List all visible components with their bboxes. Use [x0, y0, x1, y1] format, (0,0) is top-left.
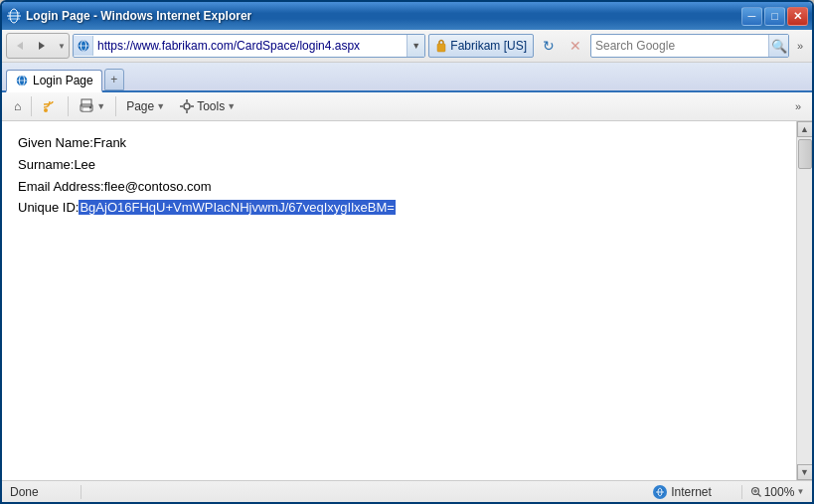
browser-window: Login Page - Windows Internet Explorer ─… [0, 0, 814, 504]
page-menu[interactable]: Page ▼ [120, 96, 171, 116]
email-label: Email Address: [18, 179, 104, 194]
svg-point-18 [89, 106, 91, 108]
status-bar: Done Internet 100% ▼ [2, 480, 812, 502]
navigation-bar: ▼ https://www.fabrikam.com/CardSpace/log… [2, 30, 812, 63]
unique-id-value: BgAjO16FHqU+VmWPIacNHjvwmJ/67veqIxygIlxe… [79, 200, 395, 215]
minimize-button[interactable]: ─ [741, 7, 762, 26]
home-button[interactable]: ⌂ [8, 96, 27, 116]
svg-rect-10 [437, 44, 445, 52]
maximize-button[interactable]: □ [764, 7, 785, 26]
zoom-dropdown-icon: ▼ [796, 487, 804, 496]
toolbar-separator-2 [68, 96, 69, 116]
window-controls: ─ □ ✕ [741, 7, 808, 26]
tab-label: Login Page [33, 74, 93, 87]
svg-marker-5 [17, 42, 23, 50]
close-button[interactable]: ✕ [787, 7, 808, 26]
surname-value: Lee [74, 157, 95, 172]
title-bar: Login Page - Windows Internet Explorer ─… [2, 2, 812, 30]
stop-button[interactable]: ✕ [564, 34, 587, 58]
surname-label: Surname: [18, 157, 74, 172]
forward-button[interactable] [31, 34, 55, 58]
content-area: Given Name:Frank Surname:Lee Email Addre… [2, 121, 812, 480]
search-input[interactable] [591, 39, 768, 53]
print-dropdown-icon: ▼ [96, 101, 105, 111]
unique-id-line: Unique ID:BgAjO16FHqU+VmWPIacNHjvwmJ/67v… [18, 198, 780, 219]
svg-rect-15 [81, 99, 91, 106]
refresh-button[interactable]: ↻ [537, 34, 561, 58]
given-name-line: Given Name:Frank [18, 133, 780, 154]
unique-id-label: Unique ID: [18, 200, 79, 215]
svg-line-28 [757, 493, 760, 496]
print-button[interactable]: ▼ [73, 95, 111, 117]
scroll-track[interactable] [797, 137, 813, 464]
address-bar[interactable]: https://www.fabrikam.com/CardSpace/login… [73, 34, 425, 58]
scroll-down-button[interactable]: ▼ [797, 464, 813, 480]
page-dropdown-icon: ▼ [156, 101, 165, 111]
address-icon [74, 36, 93, 56]
active-tab[interactable]: Login Page [6, 70, 102, 92]
back-dropdown[interactable]: ▼ [55, 34, 69, 58]
scroll-thumb[interactable] [798, 139, 812, 169]
zoom-label: 100% [764, 485, 795, 499]
toolbar-extra-button[interactable]: » [790, 94, 806, 118]
given-name-value: Frank [93, 135, 126, 150]
toolbar-separator-3 [115, 96, 116, 116]
svg-point-19 [184, 103, 190, 109]
back-forward-group: ▼ [6, 33, 70, 59]
back-button[interactable] [7, 34, 31, 58]
tools-menu[interactable]: Tools ▼ [173, 95, 242, 117]
email-line: Email Address:flee@contoso.com [18, 177, 780, 198]
ie-icon [6, 8, 22, 24]
scroll-up-button[interactable]: ▲ [797, 121, 813, 137]
page-content: Given Name:Frank Surname:Lee Email Addre… [2, 121, 796, 480]
address-dropdown[interactable]: ▼ [407, 35, 424, 57]
surname-line: Surname:Lee [18, 155, 780, 176]
cert-label: Fabrikam [US] [450, 39, 527, 53]
search-go-button[interactable]: 🔍 [768, 35, 788, 57]
toolbar: ⌂ ▼ Page ▼ [2, 92, 812, 121]
zone-label: Internet [671, 485, 712, 499]
nav-extra-button[interactable]: » [792, 34, 808, 58]
toolbar-separator-1 [31, 96, 32, 116]
email-value: flee@contoso.com [104, 179, 212, 194]
search-bar[interactable]: 🔍 [590, 34, 789, 58]
tools-label: Tools [197, 99, 225, 113]
given-name-label: Given Name: [18, 135, 93, 150]
tab-favicon [15, 74, 29, 87]
feeds-button[interactable] [36, 95, 64, 117]
zoom-control[interactable]: 100% ▼ [742, 485, 812, 499]
window-title: Login Page - Windows Internet Explorer [26, 9, 741, 23]
tools-dropdown-icon: ▼ [227, 101, 236, 111]
status-text: Done [2, 485, 81, 499]
internet-zone-icon [653, 485, 667, 499]
svg-point-14 [44, 108, 48, 112]
zone-indicator: Internet [623, 485, 742, 499]
page-label: Page [126, 99, 154, 113]
url-text: https://www.fabrikam.com/CardSpace/login… [93, 35, 407, 57]
svg-rect-17 [82, 107, 90, 111]
tabs-bar: Login Page + [2, 63, 812, 92]
cert-badge[interactable]: Fabrikam [US] [428, 34, 534, 58]
new-tab-button[interactable]: + [104, 69, 124, 90]
home-icon: ⌂ [14, 99, 21, 113]
svg-marker-6 [39, 42, 45, 50]
vertical-scrollbar: ▲ ▼ [796, 121, 812, 480]
